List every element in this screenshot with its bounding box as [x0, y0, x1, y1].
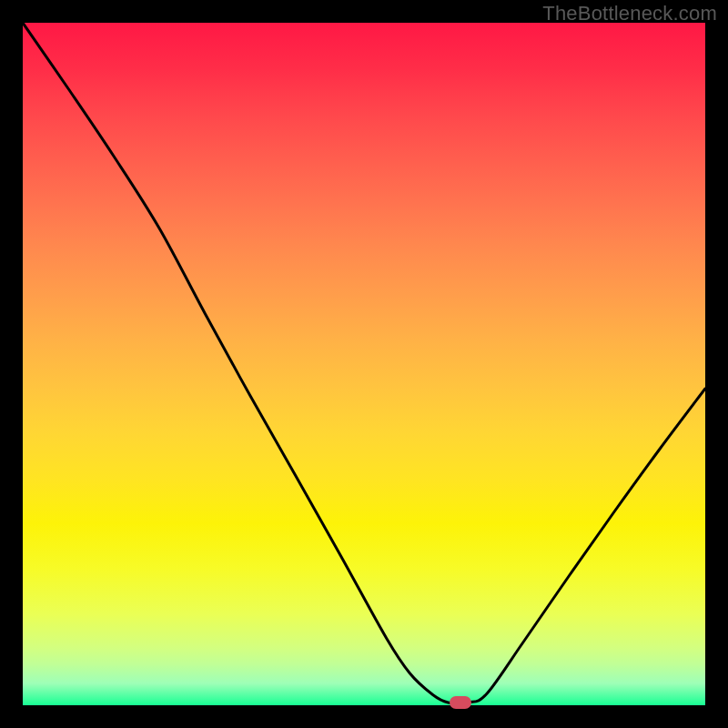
- curve-svg: [23, 23, 705, 705]
- watermark-text: TheBottleneck.com: [542, 2, 717, 25]
- chart-frame: TheBottleneck.com: [0, 0, 728, 728]
- bottleneck-curve: [23, 23, 705, 703]
- optimal-marker: [450, 696, 471, 709]
- plot-area: [23, 23, 705, 705]
